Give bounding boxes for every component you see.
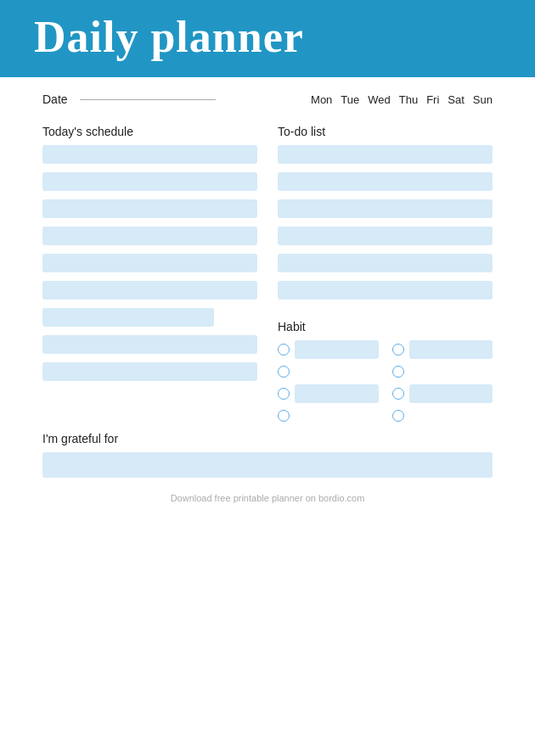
todo-bar [278, 145, 493, 164]
todo-bar [278, 172, 493, 191]
habit-checkbox[interactable] [278, 410, 290, 422]
habit-row [278, 384, 379, 403]
habit-label-bar [295, 340, 379, 359]
schedule-bar [42, 227, 257, 245]
habit-checkbox[interactable] [392, 344, 404, 356]
habit-label-bar [409, 340, 493, 359]
header: Daily planner [0, 0, 535, 77]
schedule-bar [42, 362, 257, 381]
todo-section: To-do list Habit [278, 125, 493, 422]
schedule-bar [42, 335, 257, 354]
schedule-bar [42, 281, 257, 300]
habit-grid [278, 340, 493, 422]
todo-bar [278, 281, 493, 300]
grateful-bar [42, 452, 493, 478]
date-line [80, 99, 216, 100]
habit-label-bar [295, 384, 379, 403]
habit-checkbox[interactable] [392, 366, 404, 378]
grateful-title: I'm grateful for [42, 432, 493, 445]
habit-row [392, 384, 493, 403]
habit-checkbox[interactable] [278, 344, 290, 356]
day-label: Fri [426, 93, 439, 106]
habit-row [278, 340, 379, 359]
schedule-section: Today's schedule [42, 125, 257, 422]
habit-checkbox[interactable] [392, 388, 404, 400]
day-label: Sun [473, 93, 493, 106]
habit-checkbox[interactable] [278, 388, 290, 400]
habit-row [392, 366, 493, 378]
habit-label-bar [409, 384, 493, 403]
page-title: Daily planner [34, 12, 501, 62]
todo-bar [278, 199, 493, 218]
habit-section: Habit [278, 320, 493, 422]
todo-bars [278, 145, 493, 308]
two-col-layout: Today's schedule To-do list Habit [42, 125, 493, 422]
schedule-title: Today's schedule [42, 125, 257, 138]
grateful-section: I'm grateful for [42, 432, 493, 478]
todo-bar [278, 254, 493, 272]
day-label: Wed [368, 93, 391, 106]
date-row: Date MonTueWedThuFriSatSun [42, 92, 493, 106]
day-label: Sat [448, 93, 465, 106]
schedule-bars [42, 145, 257, 389]
footer: Download free printable planner on bordi… [42, 493, 493, 512]
habit-checkbox[interactable] [392, 410, 404, 422]
schedule-bar [42, 254, 257, 272]
habit-checkbox[interactable] [278, 366, 290, 378]
habit-row [278, 366, 379, 378]
habit-title: Habit [278, 320, 493, 333]
habit-row [392, 340, 493, 359]
habit-row [278, 410, 379, 422]
schedule-bar [42, 308, 214, 327]
day-label: Mon [311, 93, 332, 106]
schedule-bar [42, 145, 257, 164]
date-label: Date [42, 92, 68, 106]
day-label: Tue [341, 93, 359, 106]
days-row: MonTueWedThuFriSatSun [311, 93, 493, 106]
todo-title: To-do list [278, 125, 493, 138]
habit-row [392, 410, 493, 422]
schedule-bar [42, 199, 257, 218]
day-label: Thu [399, 93, 418, 106]
todo-bar [278, 227, 493, 245]
footer-text: Download free printable planner on bordi… [171, 493, 365, 503]
date-left: Date [42, 92, 216, 106]
schedule-bar [42, 172, 257, 191]
